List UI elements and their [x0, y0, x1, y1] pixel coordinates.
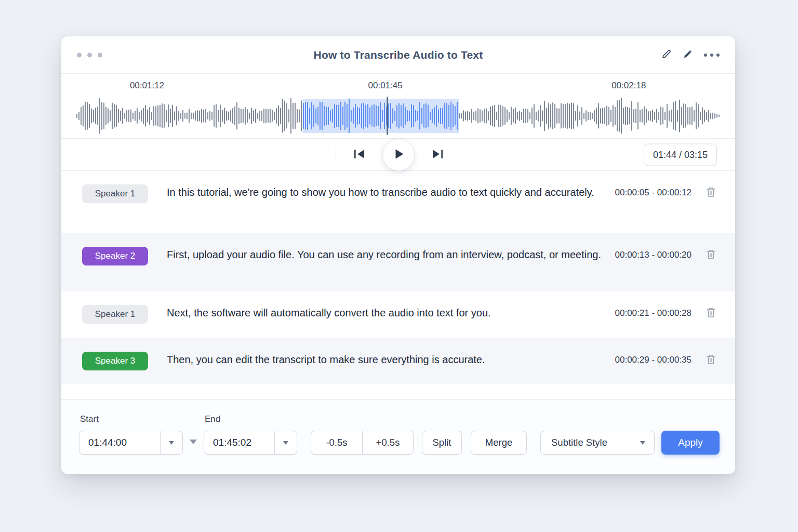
pen-icon: [683, 49, 693, 61]
transcript-row[interactable]: Speaker 1 In this tutorial, we're going …: [61, 171, 735, 233]
waveform-timeline: 00:01:12 00:01:45 00:02:18: [75, 74, 721, 96]
nudge-minus-button[interactable]: -0.5s: [311, 431, 362, 455]
speaker-badge[interactable]: Speaker 3: [82, 352, 148, 370]
split-button[interactable]: Split: [422, 431, 462, 455]
skip-forward-icon: [432, 149, 443, 161]
end-time-value: 01:45:02: [204, 437, 274, 448]
window-dots[interactable]: [77, 52, 102, 57]
start-label: Start: [80, 414, 99, 424]
divider: [461, 148, 461, 162]
trash-icon: [706, 254, 716, 261]
speaker-badge[interactable]: Speaker 2: [82, 247, 148, 265]
delete-segment-button[interactable]: [706, 307, 716, 320]
edit-title-button[interactable]: [661, 49, 671, 61]
chevron-down-icon[interactable]: [161, 441, 182, 445]
delete-segment-button[interactable]: [706, 187, 716, 199]
transcript-text[interactable]: In this tutorial, we're going to show yo…: [167, 184, 602, 201]
timeline-timestamp: 00:02:18: [611, 81, 646, 91]
range-arrow-icon: [190, 440, 197, 444]
segment-timerange: 00:00:13 - 00:00:20: [615, 250, 691, 260]
transcript-row[interactable]: Speaker 2 First, upload your audio file.…: [61, 233, 735, 291]
transport-bar: 01:44 / 03:15: [61, 139, 735, 171]
nudge-plus-button[interactable]: +0.5s: [362, 431, 414, 455]
trash-icon: [706, 312, 716, 320]
segment-timerange: 00:00:05 - 00:00:12: [615, 188, 691, 198]
trash-icon: [706, 358, 716, 366]
waveform[interactable]: [75, 96, 721, 136]
apply-button[interactable]: Apply: [661, 431, 720, 455]
skip-forward-button[interactable]: [430, 147, 445, 163]
waveform-section: 00:01:12 00:01:45 00:02:18: [61, 74, 735, 139]
pencil-icon: [661, 49, 671, 61]
delete-segment-button[interactable]: [706, 354, 716, 366]
transcript-row[interactable]: Speaker 3 Then, you can edit the transcr…: [61, 338, 735, 384]
page-title: How to Transcribe Audio to Text: [314, 49, 483, 61]
transcript-text[interactable]: Then, you can edit the transcript to mak…: [167, 352, 602, 368]
merge-button[interactable]: Merge: [471, 431, 527, 455]
transcript-text[interactable]: First, upload your audio file. You can u…: [167, 247, 602, 263]
edit-toolbar: Start End 01:44:00 01:45:02 -0.5s +0.5s …: [61, 399, 735, 474]
nudge-button-group: -0.5s +0.5s: [311, 431, 414, 455]
end-label: End: [205, 414, 220, 424]
header-actions: [661, 49, 720, 61]
skip-back-button[interactable]: [352, 147, 367, 163]
divider: [336, 148, 336, 162]
start-time-select[interactable]: 01:44:00: [79, 431, 183, 455]
start-time-value: 01:44:00: [79, 437, 160, 448]
transcript-list: Speaker 1 In this tutorial, we're going …: [61, 171, 735, 384]
subtitle-style-dropdown[interactable]: Subtitle Style: [540, 431, 655, 455]
speaker-badge[interactable]: Speaker 1: [82, 305, 148, 324]
edit-transcript-button[interactable]: [683, 49, 693, 61]
trash-icon: [706, 191, 716, 199]
play-button[interactable]: [382, 139, 415, 171]
more-menu-icon: [704, 54, 720, 57]
end-time-select[interactable]: 01:45:02: [204, 431, 297, 455]
chevron-down-icon: [640, 441, 645, 445]
timeline-timestamp: 00:01:45: [368, 81, 403, 91]
transcript-row[interactable]: Speaker 1 Next, the software will automa…: [61, 291, 735, 338]
waveform-selection-overlay[interactable]: [303, 99, 459, 133]
skip-back-icon: [354, 149, 365, 161]
chevron-down-icon[interactable]: [275, 441, 297, 445]
time-display: 01:44 / 03:15: [644, 143, 717, 166]
subtitle-style-label: Subtitle Style: [551, 437, 607, 448]
window-header: How to Transcribe Audio to Text: [61, 36, 735, 74]
play-icon: [393, 149, 404, 161]
segment-timerange: 00:00:21 - 00:00:28: [615, 308, 691, 318]
transport-controls: [336, 139, 461, 171]
timeline-timestamp: 00:01:12: [130, 81, 164, 91]
segment-timerange: 00:00:29 - 00:00:35: [615, 355, 691, 365]
transcript-text[interactable]: Next, the software will automatically co…: [167, 305, 602, 321]
transcription-editor-window: How to Transcribe Audio to Text 00:01:12…: [61, 36, 735, 474]
delete-segment-button[interactable]: [706, 249, 716, 261]
speaker-badge[interactable]: Speaker 1: [82, 184, 148, 203]
more-menu-button[interactable]: [704, 54, 720, 57]
